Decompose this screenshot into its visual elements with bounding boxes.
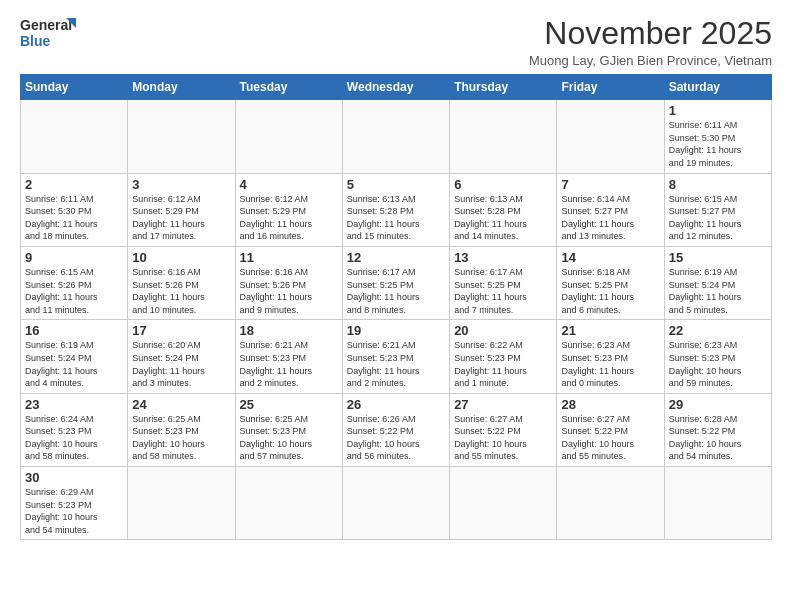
day-info: Sunrise: 6:28 AM Sunset: 5:22 PM Dayligh… <box>669 413 767 463</box>
day-info: Sunrise: 6:21 AM Sunset: 5:23 PM Dayligh… <box>240 339 338 389</box>
calendar-cell: 6Sunrise: 6:13 AM Sunset: 5:28 PM Daylig… <box>450 173 557 246</box>
day-number: 29 <box>669 397 767 412</box>
calendar-subtitle: Muong Lay, GJien Bien Province, Vietnam <box>529 53 772 68</box>
day-number: 7 <box>561 177 659 192</box>
day-number: 4 <box>240 177 338 192</box>
svg-text:Blue: Blue <box>20 33 51 49</box>
day-info: Sunrise: 6:14 AM Sunset: 5:27 PM Dayligh… <box>561 193 659 243</box>
day-number: 14 <box>561 250 659 265</box>
calendar-cell <box>128 100 235 173</box>
calendar-cell: 8Sunrise: 6:15 AM Sunset: 5:27 PM Daylig… <box>664 173 771 246</box>
day-info: Sunrise: 6:24 AM Sunset: 5:23 PM Dayligh… <box>25 413 123 463</box>
calendar-cell: 22Sunrise: 6:23 AM Sunset: 5:23 PM Dayli… <box>664 320 771 393</box>
calendar-cell: 29Sunrise: 6:28 AM Sunset: 5:22 PM Dayli… <box>664 393 771 466</box>
day-number: 9 <box>25 250 123 265</box>
day-info: Sunrise: 6:16 AM Sunset: 5:26 PM Dayligh… <box>240 266 338 316</box>
day-number: 2 <box>25 177 123 192</box>
calendar-cell: 21Sunrise: 6:23 AM Sunset: 5:23 PM Dayli… <box>557 320 664 393</box>
calendar-cell <box>664 467 771 540</box>
day-number: 18 <box>240 323 338 338</box>
calendar-cell <box>557 100 664 173</box>
calendar-cell: 20Sunrise: 6:22 AM Sunset: 5:23 PM Dayli… <box>450 320 557 393</box>
calendar-cell: 1Sunrise: 6:11 AM Sunset: 5:30 PM Daylig… <box>664 100 771 173</box>
weekday-header-tuesday: Tuesday <box>235 75 342 100</box>
day-info: Sunrise: 6:23 AM Sunset: 5:23 PM Dayligh… <box>561 339 659 389</box>
calendar-cell: 9Sunrise: 6:15 AM Sunset: 5:26 PM Daylig… <box>21 246 128 319</box>
logo: General Blue <box>20 16 76 52</box>
calendar-cell <box>342 100 449 173</box>
weekday-header-friday: Friday <box>557 75 664 100</box>
calendar-cell: 25Sunrise: 6:25 AM Sunset: 5:23 PM Dayli… <box>235 393 342 466</box>
day-number: 3 <box>132 177 230 192</box>
calendar-cell <box>235 467 342 540</box>
day-info: Sunrise: 6:13 AM Sunset: 5:28 PM Dayligh… <box>347 193 445 243</box>
day-info: Sunrise: 6:23 AM Sunset: 5:23 PM Dayligh… <box>669 339 767 389</box>
day-info: Sunrise: 6:22 AM Sunset: 5:23 PM Dayligh… <box>454 339 552 389</box>
calendar-cell: 26Sunrise: 6:26 AM Sunset: 5:22 PM Dayli… <box>342 393 449 466</box>
day-number: 13 <box>454 250 552 265</box>
day-number: 17 <box>132 323 230 338</box>
title-block: November 2025 Muong Lay, GJien Bien Prov… <box>529 16 772 68</box>
calendar-cell <box>342 467 449 540</box>
day-number: 26 <box>347 397 445 412</box>
calendar-cell: 4Sunrise: 6:12 AM Sunset: 5:29 PM Daylig… <box>235 173 342 246</box>
page-header: General Blue November 2025 Muong Lay, GJ… <box>20 16 772 68</box>
day-info: Sunrise: 6:15 AM Sunset: 5:26 PM Dayligh… <box>25 266 123 316</box>
calendar-week-row: 2Sunrise: 6:11 AM Sunset: 5:30 PM Daylig… <box>21 173 772 246</box>
calendar-cell: 2Sunrise: 6:11 AM Sunset: 5:30 PM Daylig… <box>21 173 128 246</box>
calendar-cell: 12Sunrise: 6:17 AM Sunset: 5:25 PM Dayli… <box>342 246 449 319</box>
weekday-header-wednesday: Wednesday <box>342 75 449 100</box>
day-info: Sunrise: 6:25 AM Sunset: 5:23 PM Dayligh… <box>240 413 338 463</box>
calendar-cell <box>128 467 235 540</box>
weekday-header-monday: Monday <box>128 75 235 100</box>
calendar-cell <box>557 467 664 540</box>
calendar-cell: 5Sunrise: 6:13 AM Sunset: 5:28 PM Daylig… <box>342 173 449 246</box>
weekday-header-sunday: Sunday <box>21 75 128 100</box>
day-info: Sunrise: 6:25 AM Sunset: 5:23 PM Dayligh… <box>132 413 230 463</box>
calendar-cell: 7Sunrise: 6:14 AM Sunset: 5:27 PM Daylig… <box>557 173 664 246</box>
day-info: Sunrise: 6:17 AM Sunset: 5:25 PM Dayligh… <box>347 266 445 316</box>
calendar-week-row: 9Sunrise: 6:15 AM Sunset: 5:26 PM Daylig… <box>21 246 772 319</box>
calendar-cell <box>450 100 557 173</box>
day-info: Sunrise: 6:21 AM Sunset: 5:23 PM Dayligh… <box>347 339 445 389</box>
day-number: 20 <box>454 323 552 338</box>
day-info: Sunrise: 6:17 AM Sunset: 5:25 PM Dayligh… <box>454 266 552 316</box>
day-info: Sunrise: 6:19 AM Sunset: 5:24 PM Dayligh… <box>25 339 123 389</box>
day-number: 21 <box>561 323 659 338</box>
calendar-cell: 13Sunrise: 6:17 AM Sunset: 5:25 PM Dayli… <box>450 246 557 319</box>
day-number: 11 <box>240 250 338 265</box>
calendar-page: General Blue November 2025 Muong Lay, GJ… <box>0 0 792 550</box>
day-number: 30 <box>25 470 123 485</box>
weekday-header-saturday: Saturday <box>664 75 771 100</box>
weekday-header-row: SundayMondayTuesdayWednesdayThursdayFrid… <box>21 75 772 100</box>
logo-svg: General Blue <box>20 16 76 52</box>
day-number: 12 <box>347 250 445 265</box>
day-info: Sunrise: 6:11 AM Sunset: 5:30 PM Dayligh… <box>669 119 767 169</box>
calendar-cell <box>450 467 557 540</box>
day-info: Sunrise: 6:27 AM Sunset: 5:22 PM Dayligh… <box>561 413 659 463</box>
day-info: Sunrise: 6:29 AM Sunset: 5:23 PM Dayligh… <box>25 486 123 536</box>
day-info: Sunrise: 6:16 AM Sunset: 5:26 PM Dayligh… <box>132 266 230 316</box>
day-info: Sunrise: 6:13 AM Sunset: 5:28 PM Dayligh… <box>454 193 552 243</box>
calendar-table: SundayMondayTuesdayWednesdayThursdayFrid… <box>20 74 772 540</box>
day-info: Sunrise: 6:19 AM Sunset: 5:24 PM Dayligh… <box>669 266 767 316</box>
calendar-cell: 16Sunrise: 6:19 AM Sunset: 5:24 PM Dayli… <box>21 320 128 393</box>
day-number: 28 <box>561 397 659 412</box>
day-info: Sunrise: 6:11 AM Sunset: 5:30 PM Dayligh… <box>25 193 123 243</box>
day-info: Sunrise: 6:18 AM Sunset: 5:25 PM Dayligh… <box>561 266 659 316</box>
calendar-cell: 28Sunrise: 6:27 AM Sunset: 5:22 PM Dayli… <box>557 393 664 466</box>
day-info: Sunrise: 6:12 AM Sunset: 5:29 PM Dayligh… <box>132 193 230 243</box>
day-info: Sunrise: 6:27 AM Sunset: 5:22 PM Dayligh… <box>454 413 552 463</box>
day-number: 8 <box>669 177 767 192</box>
calendar-cell: 15Sunrise: 6:19 AM Sunset: 5:24 PM Dayli… <box>664 246 771 319</box>
calendar-cell: 3Sunrise: 6:12 AM Sunset: 5:29 PM Daylig… <box>128 173 235 246</box>
day-number: 1 <box>669 103 767 118</box>
day-number: 23 <box>25 397 123 412</box>
calendar-cell: 17Sunrise: 6:20 AM Sunset: 5:24 PM Dayli… <box>128 320 235 393</box>
calendar-cell: 18Sunrise: 6:21 AM Sunset: 5:23 PM Dayli… <box>235 320 342 393</box>
calendar-week-row: 30Sunrise: 6:29 AM Sunset: 5:23 PM Dayli… <box>21 467 772 540</box>
weekday-header-thursday: Thursday <box>450 75 557 100</box>
day-number: 15 <box>669 250 767 265</box>
calendar-cell <box>21 100 128 173</box>
day-number: 6 <box>454 177 552 192</box>
